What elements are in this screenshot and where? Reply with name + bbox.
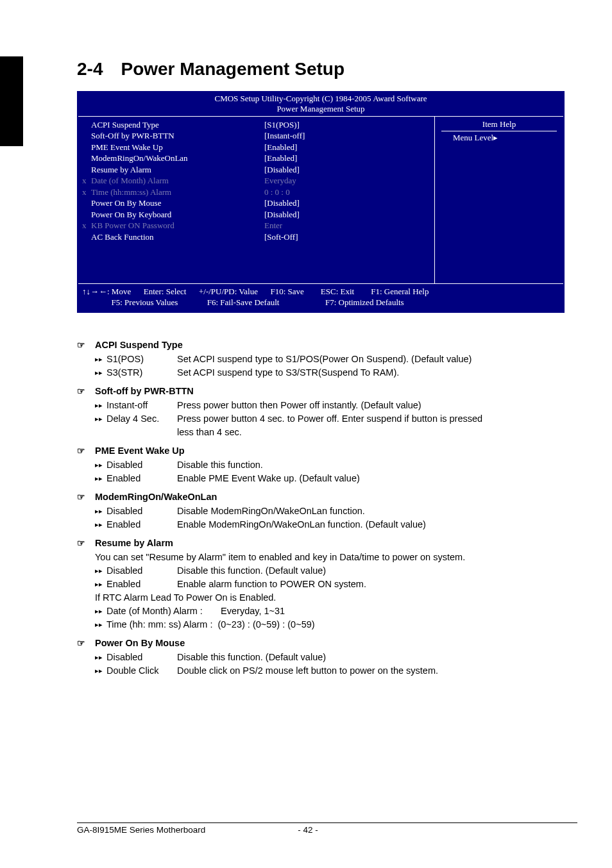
option-row: ▸▸EnabledEnable alarm function to POWER … (77, 578, 577, 591)
bios-row-label: PME Event Wake Up (91, 142, 264, 153)
bios-row-value: [Disabled] (264, 164, 428, 176)
bios-settings-pane: ACPI Suspend Type[S1(POS)]Soft-Off by PW… (78, 117, 435, 283)
bios-row: Resume by Alarm[Disabled] (82, 164, 428, 176)
bios-body: ACPI Suspend Type[S1(POS)]Soft-Off by PW… (78, 116, 563, 283)
bios-row-prefix: x (82, 220, 91, 231)
option-marker-icon: ▸▸ (95, 651, 106, 664)
option-row: ▸▸EnabledEnable PME Event Wake up. (Defa… (77, 472, 577, 485)
bios-row: xKB Power ON PasswordEnter (82, 220, 428, 231)
option-marker-icon: ▸▸ (95, 505, 106, 518)
section-heading: ☞ACPI Suspend Type (77, 338, 577, 352)
bios-row-value: [Disabled] (264, 197, 428, 209)
bios-row-prefix (82, 231, 91, 243)
option-row: ▸▸Time (hh: mm: ss) Alarm : (0~23) : (0~… (77, 618, 577, 631)
bios-row-value: 0 : 0 : 0 (264, 187, 428, 198)
bios-row-value: [Enabled] (264, 153, 428, 164)
bios-row-prefix: x (82, 175, 91, 187)
bios-screenshot: CMOS Setup Utility-Copyright (C) 1984-20… (77, 91, 565, 313)
option-desc: Enable ModemRingOn/WakeOnLan function. (… (177, 518, 577, 531)
bios-row-value: [Disabled] (264, 209, 428, 221)
option-desc: Double click on PS/2 mouse left button t… (177, 664, 577, 678)
option-row: ▸▸DisabledDisable ModemRingOn/WakeOnLan … (77, 505, 577, 518)
option-label: Double Click (106, 664, 177, 678)
option-marker-icon: ▸▸ (95, 564, 106, 578)
pointer-icon: ☞ (77, 444, 95, 457)
option-desc-cont: less than 4 sec. (77, 426, 577, 439)
bios-row-label: Power On By Keyboard (91, 209, 264, 221)
bios-hint-prev: F5: Previous Values F6: Fail-Save Defaul… (82, 297, 559, 308)
option-desc: Disable this function. (Default value) (177, 651, 577, 664)
option-row: ▸▸Delay 4 Sec.Press power button 4 sec. … (77, 412, 577, 426)
bios-row-value: Everyday (264, 175, 428, 187)
section-title: Soft-off by PWR-BTTN (95, 385, 194, 398)
bios-row-value: [Soft-Off] (264, 231, 428, 243)
bios-row-value: [Enabled] (264, 142, 428, 153)
footer-left: GA-8I915ME Series Motherboard (77, 825, 269, 835)
option-marker-icon: ▸▸ (95, 578, 106, 591)
footer-page-number: - 42 - (269, 825, 346, 835)
option-desc: Set ACPI suspend type to S1/POS(Power On… (177, 353, 577, 366)
option-label: Enabled (106, 518, 177, 531)
section-heading: ☞PME Event Wake Up (77, 444, 577, 458)
option-row: ▸▸Double ClickDouble click on PS/2 mouse… (77, 664, 577, 678)
section-title: Resume by Alarm (95, 537, 173, 550)
section-heading: ☞Resume by Alarm (77, 537, 577, 550)
option-label: Delay 4 Sec. (106, 412, 177, 426)
bios-footer: ↑↓→←: Move Enter: Select +/-/PU/PD: Valu… (78, 283, 563, 312)
bios-row-prefix (82, 142, 91, 153)
side-tab-label: English (23, 84, 43, 144)
section-title: Power On By Mouse (95, 637, 185, 650)
bios-row-label: KB Power ON Password (91, 220, 264, 231)
option-row: ▸▸Instant-offPress power button then Pow… (77, 399, 577, 412)
bios-menu-level: Menu Level▸ (441, 133, 557, 143)
bios-row: xTime (hh:mm:ss) Alarm0 : 0 : 0 (82, 187, 428, 198)
option-label: Disabled (106, 651, 177, 664)
option-desc: Enable alarm function to POWER ON system… (177, 578, 577, 591)
option-note: Time (hh: mm: ss) Alarm : (0~23) : (0~59… (106, 618, 577, 631)
bios-row: Power On By Mouse[Disabled] (82, 197, 428, 209)
bios-row: ACPI Suspend Type[S1(POS)] (82, 119, 428, 131)
option-marker-icon: ▸▸ (95, 458, 106, 472)
option-desc: Disable ModemRingOn/WakeOnLan function. (177, 505, 577, 518)
section-heading: ☞Soft-off by PWR-BTTN (77, 385, 577, 398)
option-label: Enabled (106, 578, 177, 591)
option-row: ▸▸S3(STR)Set ACPI suspend type to S3/STR… (77, 366, 577, 380)
bios-row: ModemRingOn/WakeOnLan[Enabled] (82, 153, 428, 164)
option-marker-icon: ▸▸ (95, 353, 106, 366)
option-desc: Set ACPI suspend type to S3/STR(Suspend … (177, 366, 577, 380)
option-marker-icon: ▸▸ (95, 366, 106, 380)
bios-row-prefix (82, 130, 91, 142)
option-marker-icon: ▸▸ (95, 412, 106, 426)
heading-number: 2-4 (77, 59, 103, 79)
option-row: ▸▸EnabledEnable ModemRingOn/WakeOnLan fu… (77, 518, 577, 531)
bios-row: Power On By Keyboard[Disabled] (82, 209, 428, 221)
bios-title-line2: Power Management Setup (78, 104, 563, 114)
option-marker-icon: ▸▸ (95, 518, 106, 531)
option-desc: Press power button then Power off instan… (177, 399, 577, 412)
pointer-icon: ☞ (77, 490, 95, 503)
bios-row-label: Time (hh:mm:ss) Alarm (91, 187, 264, 198)
page-content: 2-4Power Management Setup CMOS Setup Uti… (77, 59, 577, 678)
option-label: Disabled (106, 564, 177, 578)
heading-title: Power Management Setup (121, 59, 344, 79)
bios-row: xDate (of Month) AlarmEveryday (82, 175, 428, 187)
pointer-icon: ☞ (77, 537, 95, 549)
bios-row-prefix (82, 164, 91, 176)
side-band (0, 56, 23, 146)
bios-title: CMOS Setup Utility-Copyright (C) 1984-20… (78, 92, 563, 116)
option-marker-icon: ▸▸ (95, 618, 106, 631)
bios-row-value: [Instant-off] (264, 130, 428, 142)
option-label: S3(STR) (106, 366, 177, 380)
option-row: ▸▸DisabledDisable this function. (Defaul… (77, 651, 577, 664)
bios-hint-move: ↑↓→←: Move Enter: Select +/-/PU/PD: Valu… (82, 286, 559, 297)
option-row: ▸▸DisabledDisable this function. (77, 458, 577, 472)
section-heading: ☞Power On By Mouse (77, 637, 577, 650)
bios-row: AC Back Function[Soft-Off] (82, 231, 428, 243)
section-heading: ☞ModemRingOn/WakeOnLan (77, 490, 577, 504)
option-marker-icon: ▸▸ (95, 605, 106, 618)
pointer-icon: ☞ (77, 385, 95, 397)
option-marker-icon: ▸▸ (95, 399, 106, 412)
option-label: Instant-off (106, 399, 177, 412)
option-label: Enabled (106, 472, 177, 485)
bios-row-label: AC Back Function (91, 231, 264, 243)
